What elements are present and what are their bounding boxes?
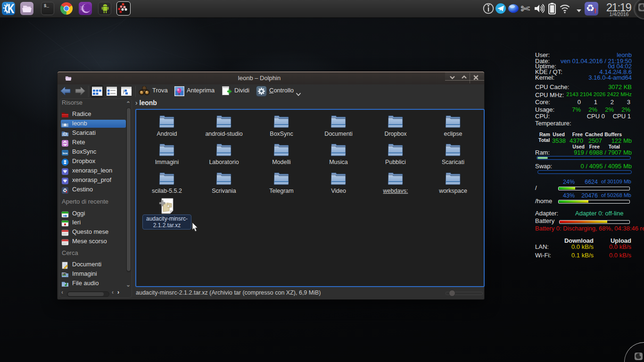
svg-text:box: box [63, 152, 68, 155]
